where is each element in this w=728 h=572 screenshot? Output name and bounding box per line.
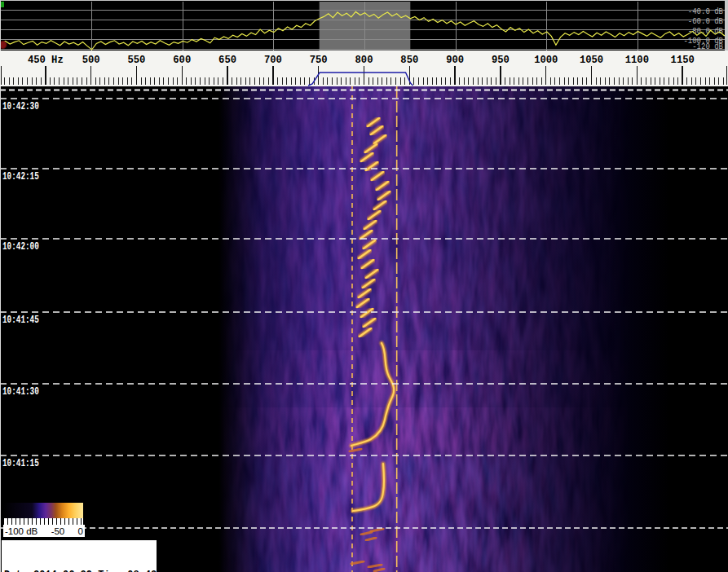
green-corner-marker-icon	[1, 2, 4, 7]
colorbar-label-mid: -50	[51, 526, 65, 536]
colorbar-label-min: -100 dB	[5, 526, 38, 536]
freq-tick-label: 500	[82, 54, 100, 66]
amplitude-colorbar[interactable]: -100 dB -50 0	[3, 503, 85, 537]
passband-bracket[interactable]	[308, 73, 413, 86]
waterfall-plot[interactable]: 10:42:3010:42:1510:42:0010:41:4510:41:30…	[0, 86, 728, 572]
time-label: 10:42:30	[2, 101, 39, 112]
freq-tick-label: 1150	[671, 54, 695, 66]
freq-tick-label: 450 Hz	[28, 54, 64, 66]
freq-tick-label: 1000	[534, 54, 558, 66]
waterfall-left-edge	[0, 86, 1, 572]
db-axis-label: -60.0 dB	[688, 17, 723, 26]
spectrum-lab-window: { "spectrum": { "db_axis_labels": ["-40.…	[0, 0, 728, 572]
colorbar-label-max: 0	[78, 526, 83, 536]
waterfall-display[interactable]: 10:42:3010:42:1510:42:0010:41:4510:41:30…	[0, 86, 728, 572]
time-label: 10:41:30	[2, 386, 39, 398]
noise-layers	[204, 86, 628, 572]
freq-tick-label: 600	[173, 54, 191, 66]
colorbar-gradient	[3, 503, 83, 518]
spectrum-plot[interactable]: -40.0 dB-60.0 dB-80.0 dB-100.0 dB-120 dB	[1, 1, 727, 51]
colorbar-ticks	[3, 518, 83, 525]
frequency-ruler[interactable]: 450 Hz5005506006507007508008509009501000…	[0, 51, 728, 86]
freq-tick-label: 1100	[625, 54, 649, 66]
spectrum-display[interactable]: -40.0 dB-60.0 dB-80.0 dB-100.0 dB-120 dB	[0, 0, 728, 51]
status-box: Date=2014-06-29 Time=08:42 Freq= 400...1…	[2, 540, 157, 572]
freq-tick-label: 1050	[580, 54, 603, 66]
freq-tick-label: 950	[492, 54, 510, 66]
status-date-time: Date=2014-06-29 Time=08:42	[4, 569, 154, 572]
freq-tick-label: 900	[446, 54, 464, 66]
red-cursor-marker-icon[interactable]	[1, 42, 7, 49]
noise-blue-bottom	[204, 456, 628, 572]
freq-tick-label: 750	[310, 54, 328, 66]
freq-tick-label: 800	[355, 54, 373, 66]
db-axis-label: -120 dB	[692, 42, 723, 51]
freq-tick-label: 700	[264, 54, 282, 66]
frequency-ruler-plot[interactable]: 450 Hz5005506006507007508008509009501000…	[0, 51, 728, 86]
colorbar-labels: -100 dB -50 0	[3, 525, 85, 537]
spectrum-right-border	[725, 0, 728, 51]
time-label: 10:41:15	[2, 458, 39, 469]
time-label: 10:42:15	[2, 171, 39, 183]
time-label: 10:41:45	[2, 315, 39, 326]
freq-tick-label: 850	[400, 54, 418, 66]
freq-tick-label: 550	[127, 54, 145, 66]
freq-tick-label: 650	[218, 54, 236, 66]
time-label: 10:42:00	[2, 241, 39, 253]
db-axis-label: -40.0 dB	[688, 7, 723, 16]
